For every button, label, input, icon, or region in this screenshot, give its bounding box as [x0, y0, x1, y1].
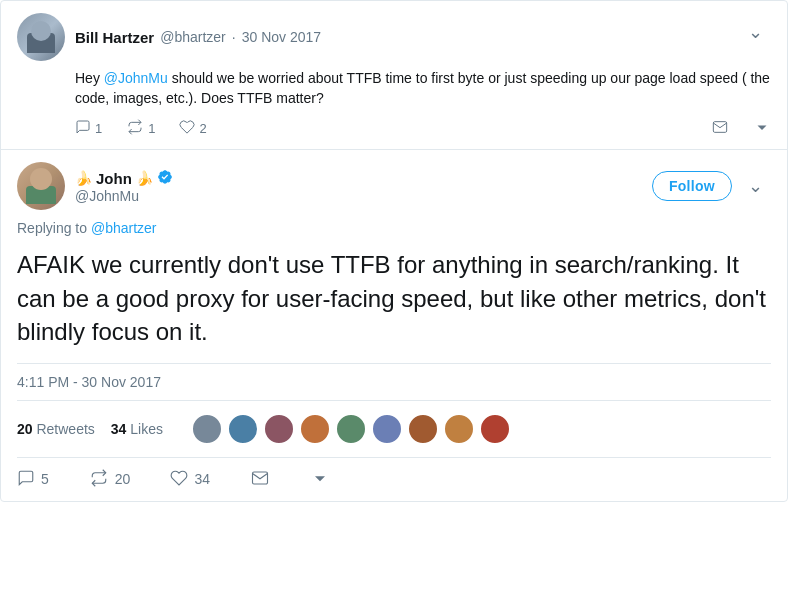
dot-separator: · — [232, 29, 236, 45]
retweet-count: 1 — [148, 121, 155, 136]
likes-stat[interactable]: 34 Likes — [111, 421, 163, 437]
comment-icon — [75, 119, 91, 139]
main-envelope-action[interactable] — [250, 469, 270, 490]
main-envelope-icon — [250, 469, 270, 490]
like-avatar-2[interactable] — [263, 413, 295, 445]
retweets-label: Retweets — [36, 421, 94, 437]
main-tweet-text: AFAIK we currently don't use TTFB for an… — [17, 248, 771, 349]
main-retweet-icon — [89, 469, 109, 490]
like-avatar-8[interactable] — [479, 413, 511, 445]
bill-tweet-date: 30 Nov 2017 — [242, 29, 321, 45]
tweet-timestamp: 4:11 PM - 30 Nov 2017 — [17, 363, 771, 401]
like-count: 2 — [199, 121, 206, 136]
retweets-count: 20 — [17, 421, 33, 437]
chevron-down-icon[interactable]: ⌄ — [740, 13, 771, 51]
bill-user-info: Bill Hartzer @bhartzer · 30 Nov 2017 — [75, 29, 321, 46]
replying-to-label: Replying to — [17, 220, 91, 236]
original-tweet: Bill Hartzer @bhartzer · 30 Nov 2017 ⌄ H… — [1, 1, 787, 150]
like-avatar-0[interactable] — [191, 413, 223, 445]
expand-icon — [753, 118, 771, 139]
john-avatar[interactable] — [17, 162, 65, 210]
main-chevron-down-icon[interactable]: ⌄ — [740, 167, 771, 205]
mention-johnmu[interactable]: @JohnMu — [104, 70, 168, 86]
john-screen-name[interactable]: @JohnMu — [75, 188, 173, 204]
main-comment-action[interactable]: 5 — [17, 469, 49, 490]
main-retweet-count: 20 — [115, 471, 131, 487]
like-avatar-4[interactable] — [335, 413, 367, 445]
like-action[interactable]: 2 — [179, 119, 206, 139]
bill-avatar[interactable] — [17, 13, 65, 61]
likes-count: 34 — [111, 421, 127, 437]
john-emoji-right: 🍌 — [136, 170, 153, 186]
john-name-block: 🍌 John 🍌 @JohnMu — [75, 169, 173, 204]
follow-button[interactable]: Follow — [652, 171, 732, 201]
main-comment-icon — [17, 469, 35, 490]
main-expand-action[interactable] — [310, 468, 330, 491]
bill-tweet-actions: 1 1 2 — [17, 108, 771, 149]
like-avatar-7[interactable] — [443, 413, 475, 445]
main-user-left: 🍌 John 🍌 @JohnMu — [17, 162, 173, 210]
john-emoji-left: 🍌 — [75, 170, 92, 186]
retweets-stat[interactable]: 20 Retweets — [17, 421, 95, 437]
main-comment-count: 5 — [41, 471, 49, 487]
replying-to: Replying to @bhartzer — [17, 220, 771, 236]
tweet-header-left: Bill Hartzer @bhartzer · 30 Nov 2017 — [17, 13, 321, 61]
main-expand-icon — [310, 468, 330, 491]
main-tweet-actions: 5 20 34 — [17, 458, 771, 501]
main-tweet-header: 🍌 John 🍌 @JohnMu Follow ⌄ — [17, 162, 771, 210]
main-like-count: 34 — [194, 471, 210, 487]
main-like-action[interactable]: 34 — [170, 469, 210, 490]
stats-row: 20 Retweets 34 Likes — [17, 401, 771, 458]
john-name-row: 🍌 John 🍌 — [75, 169, 173, 188]
main-header-right: Follow ⌄ — [652, 167, 771, 205]
tweet-header: Bill Hartzer @bhartzer · 30 Nov 2017 ⌄ — [17, 13, 771, 61]
tweet-card: Bill Hartzer @bhartzer · 30 Nov 2017 ⌄ H… — [0, 0, 788, 502]
bill-name-row: Bill Hartzer @bhartzer · 30 Nov 2017 — [75, 29, 321, 46]
main-retweet-action[interactable]: 20 — [89, 469, 131, 490]
replying-to-mention[interactable]: @bhartzer — [91, 220, 157, 236]
retweet-action[interactable]: 1 — [126, 119, 155, 139]
bill-tweet-text: Hey @JohnMu should we be worried about T… — [17, 69, 771, 108]
comment-action[interactable]: 1 — [75, 119, 102, 139]
john-display-name[interactable]: John — [96, 170, 132, 187]
heart-icon — [179, 119, 195, 139]
main-tweet: 🍌 John 🍌 @JohnMu Follow ⌄ — [1, 150, 787, 501]
comment-count: 1 — [95, 121, 102, 136]
bill-screen-name[interactable]: @bhartzer — [160, 29, 226, 45]
bill-display-name[interactable]: Bill Hartzer — [75, 29, 154, 46]
like-avatar-3[interactable] — [299, 413, 331, 445]
envelope-action[interactable] — [711, 119, 729, 139]
like-avatar-6[interactable] — [407, 413, 439, 445]
likes-label: Likes — [130, 421, 163, 437]
retweet-icon — [126, 119, 144, 139]
like-avatar-5[interactable] — [371, 413, 403, 445]
expand-action[interactable] — [753, 118, 771, 139]
main-heart-icon — [170, 469, 188, 490]
envelope-icon — [711, 119, 729, 139]
like-avatar-1[interactable] — [227, 413, 259, 445]
verified-badge-icon — [157, 169, 173, 188]
like-avatars-row — [191, 413, 511, 445]
